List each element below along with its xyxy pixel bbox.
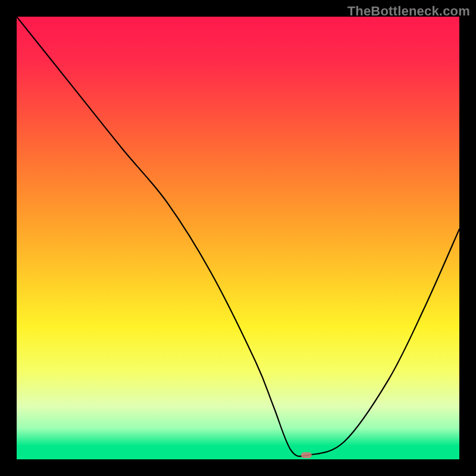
plot-area bbox=[17, 17, 459, 459]
watermark-text: TheBottleneck.com bbox=[347, 4, 470, 19]
optimal-marker bbox=[301, 452, 312, 458]
bottleneck-curve bbox=[17, 17, 459, 459]
chart-frame: TheBottleneck.com bbox=[0, 0, 476, 476]
